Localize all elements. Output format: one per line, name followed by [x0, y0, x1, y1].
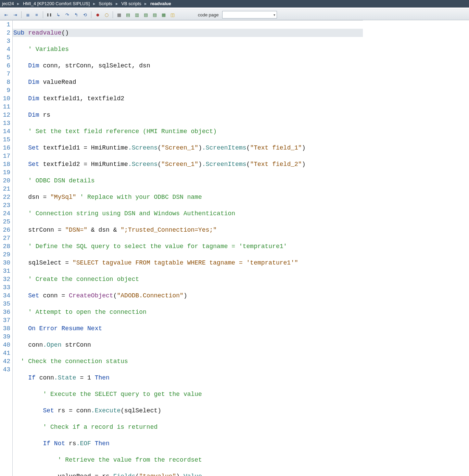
- panel-icon: ▤: [126, 12, 130, 17]
- pause-button[interactable]: ❚❚: [45, 11, 53, 19]
- grid-icon: ▦: [117, 12, 121, 17]
- codepage-select[interactable]: [222, 11, 277, 18]
- panel-icon: ▩: [162, 12, 166, 17]
- uncomment-button[interactable]: ≡: [33, 11, 41, 19]
- panel-icon: ◫: [170, 12, 175, 17]
- code-line: sqlSelect = "SELECT tagvalue FROM tagtab…: [13, 259, 363, 267]
- breakpoint-button[interactable]: ⬤: [93, 11, 102, 19]
- comment-button[interactable]: ≣: [24, 11, 32, 19]
- step-out-icon: ↰: [74, 12, 78, 17]
- code-line: ' Define the SQL query to select the val…: [13, 242, 363, 250]
- breadcrumb-seg-current: readvalue: [150, 1, 171, 6]
- script-toolbar: ⇤ ⇥ ≣ ≡ ❚❚ ↳ ↷ ↰ ⟲ ⬤ ◯ ▦ ▤ ▥ ▧ ▨ ▩ ◫ cod…: [0, 9, 469, 20]
- codepage-label: code page: [198, 12, 219, 17]
- separator: [43, 11, 43, 18]
- breadcrumb-seg-vbscripts[interactable]: VB scripts: [121, 1, 141, 6]
- breadcrumb: ject24 ▸ HMI_4 [KP1200 Comfort SIPLUS] ▸…: [0, 0, 469, 8]
- chevron-right-icon: ▸: [15, 0, 22, 8]
- step-over-icon: ↷: [65, 12, 69, 17]
- code-line: Set conn = CreateObject("ADODB.Connectio…: [13, 292, 363, 300]
- separator: [113, 11, 113, 18]
- panel-icon: ▥: [135, 12, 139, 17]
- code-line: strConn = "DSN=" & dsn & ";Trusted_Conne…: [13, 226, 363, 234]
- code-line: ' Attempt to open the connection: [13, 308, 363, 316]
- ref5-button[interactable]: ▩: [160, 11, 168, 19]
- clear-breakpoint-icon: ◯: [105, 13, 109, 17]
- stop-icon: ⟲: [83, 12, 87, 17]
- code-line: If Not rs.EOF Then: [13, 439, 363, 448]
- step-out-button[interactable]: ↰: [72, 11, 80, 19]
- chevron-right-icon: ▸: [91, 0, 98, 8]
- ref1-button[interactable]: ▤: [124, 11, 132, 19]
- code-editor[interactable]: 1234567891011121314151617181920212223242…: [0, 20, 363, 476]
- code-line: Dim conn, strConn, sqlSelect, dsn: [13, 62, 363, 70]
- pause-icon: ❚❚: [47, 13, 52, 16]
- line-gutter: 1234567891011121314151617181920212223242…: [0, 21, 13, 476]
- step-over-button[interactable]: ↷: [63, 11, 71, 19]
- breadcrumb-seg-project[interactable]: ject24: [2, 1, 14, 6]
- indent-icon: ⇥: [13, 12, 17, 17]
- indent-button[interactable]: ⇥: [11, 11, 19, 19]
- panel-icon: ▨: [153, 12, 157, 17]
- panel-icon: ▧: [144, 12, 148, 17]
- code-line: conn.Open strConn: [13, 341, 363, 349]
- chevron-right-icon: ▸: [142, 0, 149, 8]
- ref6-button[interactable]: ◫: [168, 11, 177, 19]
- code-line: On Error Resume Next: [13, 324, 363, 333]
- outdent-button[interactable]: ⇤: [2, 11, 10, 19]
- ref4-button[interactable]: ▨: [151, 11, 159, 19]
- code-line: Set textfield2 = HmiRuntime.Screens("Scr…: [13, 160, 363, 168]
- list-icon: ≣: [26, 12, 30, 17]
- code-line: Set textfield1 = HmiRuntime.Screens("Scr…: [13, 144, 363, 152]
- stop-button[interactable]: ⟲: [81, 11, 89, 19]
- outdent-icon: ⇤: [4, 12, 8, 17]
- code-line: ' Create the connection object: [13, 275, 363, 283]
- ref3-button[interactable]: ▧: [142, 11, 150, 19]
- step-into-button[interactable]: ↳: [54, 11, 62, 19]
- code-line: ' Variables: [13, 45, 363, 53]
- clear-breakpoint-button[interactable]: ◯: [102, 11, 111, 19]
- code-line: ' ODBC DSN details: [13, 177, 363, 185]
- step-into-icon: ↳: [56, 12, 60, 17]
- breakpoint-icon: ⬤: [96, 13, 99, 16]
- code-line: ' Check the connection status: [13, 357, 363, 365]
- code-line: If conn.State = 1 Then: [13, 374, 363, 382]
- separator: [91, 11, 91, 18]
- code-line: ' Retrieve the value from the recordset: [13, 456, 363, 464]
- separator: [21, 11, 22, 18]
- code-line: ' Connection string using DSN and Window…: [13, 209, 363, 218]
- ref2-button[interactable]: ▥: [133, 11, 141, 19]
- code-line: Dim textfield1, textfield2: [13, 94, 363, 103]
- breadcrumb-seg-scripts[interactable]: Scripts: [99, 1, 112, 6]
- list-icon: ≡: [35, 12, 38, 17]
- code-line: Dim rs: [13, 111, 363, 119]
- code-line: valueRead = rs.Fields("tagvalue").Value: [13, 472, 363, 476]
- code-area[interactable]: Sub readvalue() ' Variables Dim conn, st…: [13, 21, 363, 476]
- breadcrumb-seg-hmi[interactable]: HMI_4 [KP1200 Comfort SIPLUS]: [23, 1, 90, 6]
- code-line: ' Check if a record is returned: [13, 423, 363, 431]
- code-line: Set rs = conn.Execute(sqlSelect): [13, 407, 363, 415]
- code-line: ' Execute the SELECT query to get the va…: [13, 390, 363, 398]
- code-line: Dim valueRead: [13, 78, 363, 86]
- chevron-right-icon: ▸: [114, 0, 120, 8]
- code-line: Sub readvalue(): [13, 29, 363, 37]
- code-line: ' Set the text field reference (HMI Runt…: [13, 127, 363, 136]
- grid-button[interactable]: ▦: [115, 11, 123, 19]
- code-line: dsn = "MySql" ' Replace with your ODBC D…: [13, 193, 363, 201]
